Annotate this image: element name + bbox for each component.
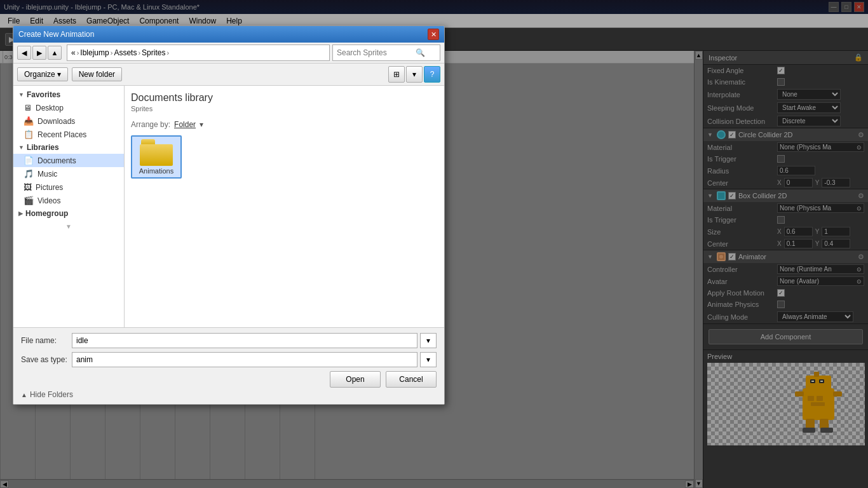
- desktop-label: Desktop: [36, 104, 64, 112]
- favorites-label: Favorites: [27, 90, 60, 99]
- file-grid: Animations: [131, 135, 438, 179]
- dialog-bottom: File name: ▾ Save as type: ▾ Open Cancel…: [13, 327, 444, 404]
- hide-folders-button[interactable]: ▲ Hide Folders: [21, 390, 437, 399]
- hide-folders-arrow: ▲: [21, 391, 27, 398]
- breadcrumb-sep3: ›: [138, 49, 140, 57]
- breadcrumb-path[interactable]: « › Iblejump › Assets › Sprites ›: [67, 44, 330, 61]
- filename-row: File name: ▾: [21, 333, 437, 348]
- dialog-action-buttons: Open Cancel: [21, 371, 437, 388]
- homegroup-header[interactable]: ▶ Homegroup: [13, 207, 124, 220]
- arrange-dropdown-arrow[interactable]: ▾: [200, 120, 203, 129]
- nav-recent-places[interactable]: 📋 Recent Places: [13, 128, 124, 141]
- saveas-label: Save as type:: [21, 355, 72, 364]
- library-subtitle: Sprites: [131, 105, 438, 112]
- breadcrumb-sep1: ›: [77, 49, 79, 57]
- nav-downloads[interactable]: 📥 Downloads: [13, 114, 124, 128]
- videos-label: Videos: [37, 196, 60, 205]
- music-icon: 🎵: [24, 169, 34, 179]
- filename-label: File name:: [21, 336, 72, 345]
- nav-pictures[interactable]: 🖼 Pictures: [13, 180, 124, 194]
- open-button[interactable]: Open: [330, 371, 381, 388]
- library-title: Documents library: [131, 92, 438, 104]
- breadcrumb-sep2: ›: [111, 49, 113, 57]
- breadcrumb-part2[interactable]: Assets: [114, 48, 137, 57]
- libraries-label: Libraries: [27, 143, 59, 152]
- dialog-content: ▼ Favorites 🖥 Desktop 📥 Downloads 📋 Rece…: [13, 86, 444, 327]
- view-arrow-button[interactable]: ▾: [406, 66, 423, 83]
- animations-folder[interactable]: Animations: [131, 135, 182, 179]
- view-options-button[interactable]: ⊞: [388, 66, 405, 83]
- favorites-header[interactable]: ▼ Favorites: [13, 88, 124, 101]
- nav-tree: ▼ Favorites 🖥 Desktop 📥 Downloads 📋 Rece…: [13, 86, 125, 327]
- arrange-by-label: Arrange by:: [131, 120, 170, 129]
- new-folder-button[interactable]: New folder: [72, 67, 122, 81]
- arrange-bar: Arrange by: Folder ▾: [131, 120, 438, 129]
- create-animation-dialog: Create New Animation ✕ ◀ ▶ ▲ « › Iblejum…: [13, 25, 445, 405]
- documents-icon: 📄: [24, 156, 34, 165]
- nav-documents[interactable]: 📄 Documents: [13, 154, 124, 167]
- nav-videos[interactable]: 🎬 Videos: [13, 194, 124, 207]
- saveas-dropdown[interactable]: ▾: [420, 352, 437, 367]
- recent-places-label: Recent Places: [37, 130, 86, 139]
- search-box[interactable]: 🔍: [332, 44, 440, 61]
- breadcrumb-part1[interactable]: Iblejump: [80, 48, 109, 57]
- music-label: Music: [37, 170, 57, 179]
- nav-music[interactable]: 🎵 Music: [13, 167, 124, 180]
- saveas-row: Save as type: ▾: [21, 352, 437, 367]
- dialog-close-button[interactable]: ✕: [428, 29, 439, 40]
- file-area: Documents library Sprites Arrange by: Fo…: [125, 86, 444, 327]
- filename-dropdown[interactable]: ▾: [420, 333, 437, 348]
- animations-folder-label: Animations: [139, 167, 173, 175]
- dialog-title: Create New Animation: [18, 30, 94, 39]
- nav-scroll-more: ▼: [13, 220, 124, 233]
- forward-button[interactable]: ▶: [32, 46, 46, 60]
- dialog-overlay: Create New Animation ✕ ◀ ▶ ▲ « › Iblejum…: [0, 0, 868, 488]
- dialog-titlebar: Create New Animation ✕: [13, 26, 444, 43]
- breadcrumb-sep4: ›: [166, 49, 169, 57]
- help-button[interactable]: ?: [424, 66, 440, 83]
- documents-label: Documents: [37, 156, 76, 165]
- saveas-input[interactable]: [72, 352, 417, 367]
- breadcrumb-bar: ◀ ▶ ▲ « › Iblejump › Assets › Sprites › …: [13, 43, 444, 64]
- filename-input[interactable]: [72, 333, 417, 348]
- videos-icon: 🎬: [24, 196, 34, 205]
- pictures-label: Pictures: [36, 183, 63, 192]
- arrange-by-value[interactable]: Folder: [174, 120, 196, 129]
- desktop-icon: 🖥: [24, 103, 32, 112]
- nav-desktop[interactable]: 🖥 Desktop: [13, 101, 124, 114]
- libraries-header[interactable]: ▼ Libraries: [13, 141, 124, 154]
- downloads-icon: 📥: [24, 116, 34, 126]
- breadcrumb-root: «: [71, 48, 76, 57]
- folder-icon: [140, 139, 173, 166]
- dialog-toolbar: Organize ▾ New folder ⊞ ▾ ?: [13, 64, 444, 86]
- cancel-button[interactable]: Cancel: [386, 371, 437, 388]
- back-button[interactable]: ◀: [17, 46, 31, 60]
- breadcrumb-nav-buttons: ◀ ▶ ▲: [17, 46, 62, 60]
- breadcrumb-part3[interactable]: Sprites: [142, 48, 165, 57]
- search-icon: 🔍: [416, 48, 425, 57]
- downloads-label: Downloads: [37, 117, 75, 126]
- search-input[interactable]: [337, 48, 413, 57]
- homegroup-label: Homegroup: [25, 209, 68, 218]
- folder-body: [140, 144, 173, 166]
- up-button[interactable]: ▲: [48, 46, 62, 60]
- pictures-icon: 🖼: [24, 182, 32, 192]
- hide-folders-label: Hide Folders: [30, 390, 73, 399]
- recent-places-icon: 📋: [24, 130, 34, 139]
- organize-button[interactable]: Organize ▾: [17, 67, 68, 81]
